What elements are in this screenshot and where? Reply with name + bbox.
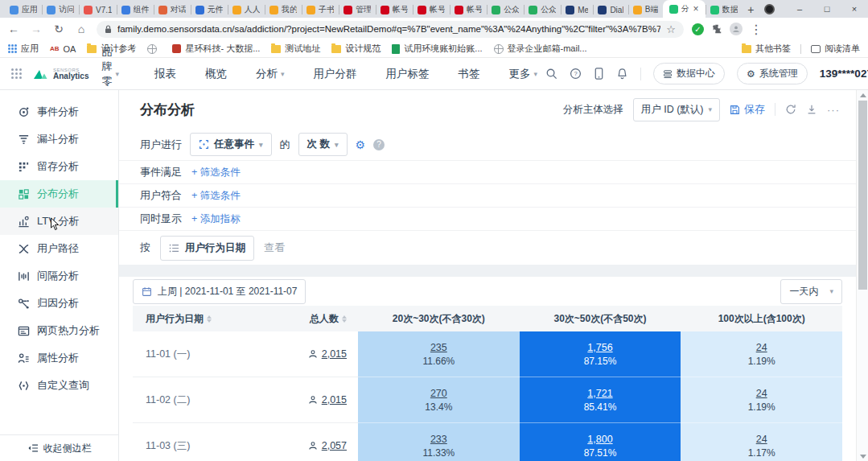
subject-select[interactable]: 用户 ID (默认)▾ — [633, 98, 720, 121]
bookmark-item[interactable]: 星环科技- 大数据... — [172, 43, 260, 55]
event-select[interactable]: 任意事件▾ — [190, 133, 272, 156]
sidebar-item-web-heatmap-analysis[interactable]: 网页热力分析 — [0, 317, 118, 344]
cell-total[interactable]: 2,015 — [261, 377, 358, 423]
sidebar-item-event-analysis[interactable]: 事件分析 — [0, 98, 118, 126]
sensors-analytics-logo[interactable]: SENSORSAnalytics — [33, 68, 88, 80]
address-bar[interactable]: family.demo.sensorsdata.cn/sa/addiction/… — [97, 21, 684, 38]
bucket-count[interactable]: 24 — [756, 342, 767, 353]
browser-tab[interactable]: 人人 — [228, 2, 265, 18]
sort-icon[interactable] — [207, 315, 212, 323]
add-metric-link[interactable]: + 添加指标 — [191, 212, 241, 226]
browser-tab[interactable]: 公众 — [487, 2, 524, 18]
forward-button[interactable]: → — [29, 23, 43, 35]
cell-bucket-20-30[interactable]: 27013.4% — [358, 377, 520, 423]
reload-button[interactable]: ↻ — [51, 23, 66, 35]
app-launcher-icon[interactable] — [11, 68, 22, 79]
browser-tab[interactable]: 帐号 — [376, 2, 413, 18]
sidebar-item-distribution-analysis[interactable]: 分布分析 — [0, 180, 118, 208]
browser-tab[interactable]: 组件 — [117, 2, 154, 18]
vertical-scrollbar[interactable] — [856, 90, 868, 461]
browser-tab[interactable]: 子书 — [302, 2, 339, 18]
reading-list-button[interactable]: 阅读清单 — [811, 43, 860, 55]
browser-tab[interactable]: 元件 — [191, 2, 228, 18]
more-actions-icon[interactable]: ··· — [827, 104, 840, 116]
cell-total[interactable]: 2,057 — [261, 423, 358, 461]
browser-tab[interactable]: 数据 — [706, 2, 743, 18]
cell-bucket-100plus[interactable]: 241.19% — [681, 331, 842, 377]
browser-tab[interactable]: V7.1 — [79, 2, 117, 18]
help-circle-icon[interactable]: ? — [373, 139, 385, 150]
bookmark-star-icon[interactable]: ☆ — [666, 23, 676, 35]
bucket-count[interactable]: 233 — [430, 434, 447, 445]
bookmark-item[interactable]: 设计规范 — [331, 43, 381, 55]
add-filter-link[interactable]: + 筛选条件 — [191, 189, 241, 203]
search-icon[interactable] — [545, 68, 557, 80]
account-phone-number[interactable]: 139****0275 — [820, 68, 868, 80]
nav-user-tags[interactable]: 用户标签 — [386, 67, 430, 81]
cell-bucket-30-50[interactable]: 1,72185.41% — [520, 377, 681, 423]
scroll-up-arrow[interactable] — [857, 90, 868, 100]
adblock-extension-icon[interactable]: ✓ — [692, 23, 704, 35]
cell-bucket-100plus[interactable]: 241.17% — [681, 423, 842, 461]
browser-profile-icon[interactable] — [764, 4, 775, 14]
sidebar-item-user-path[interactable]: 用户路径 — [0, 235, 118, 262]
help-icon[interactable]: ? — [570, 68, 582, 80]
bucket-count[interactable]: 1,756 — [587, 342, 612, 353]
bucket-count[interactable]: 270 — [430, 388, 447, 399]
browser-tab[interactable]: Me — [561, 2, 593, 18]
other-bookmarks-button[interactable]: 其他书签 — [742, 43, 791, 55]
home-button[interactable]: ⌂ — [74, 23, 88, 35]
bookmark-item[interactable]: 测试地址 — [271, 43, 320, 55]
nav-user-segments[interactable]: 用户分群 — [314, 67, 357, 81]
cell-bucket-20-30[interactable]: 23511.66% — [358, 331, 520, 377]
bookmark-item[interactable] — [147, 44, 161, 54]
window-minimize-button[interactable]: – — [786, 0, 813, 18]
download-icon[interactable] — [806, 104, 817, 115]
bookmark-item[interactable]: 应用 — [8, 43, 39, 55]
browser-tab[interactable]: 帐号 — [413, 2, 450, 18]
column-header-date[interactable]: 用户行为日期 — [133, 312, 261, 326]
bucket-count[interactable]: 24 — [756, 388, 767, 399]
chrome-menu-icon[interactable]: ⋮ — [750, 22, 763, 37]
bucket-count[interactable]: 1,800 — [587, 434, 612, 445]
browser-tab[interactable]: B端 — [628, 2, 663, 18]
measure-settings-gear-icon[interactable]: ⚙ — [356, 139, 366, 150]
browser-tab[interactable]: 我的 — [265, 2, 302, 18]
browser-tab[interactable]: 对话 — [154, 2, 191, 18]
collapse-sidebar-button[interactable]: 收起侧边栏 — [0, 434, 118, 461]
group-by-field-button[interactable]: 用户行为日期 — [160, 236, 254, 261]
browser-tab[interactable]: 公众 — [524, 2, 561, 18]
notification-bell-icon[interactable] — [616, 68, 628, 80]
browser-tab[interactable]: 管理 — [339, 2, 376, 18]
cell-bucket-100plus[interactable]: 241.19% — [681, 377, 842, 423]
bucket-count[interactable]: 24 — [756, 434, 767, 445]
granularity-select[interactable]: 一天内▾ — [780, 279, 842, 304]
bookmark-item[interactable]: 登录企业邮箱-mail... — [494, 43, 587, 55]
refresh-icon[interactable] — [785, 104, 796, 115]
browser-tab-active[interactable]: 分× — [663, 0, 706, 18]
save-button[interactable]: 保存 — [730, 102, 765, 117]
column-header-total[interactable]: 总人数 — [261, 312, 358, 326]
bucket-count[interactable]: 235 — [430, 342, 447, 353]
nav-reports[interactable]: 报表 — [154, 67, 176, 81]
nav-bookmarks[interactable]: 书签 — [459, 67, 480, 81]
browser-tab[interactable]: Dial — [593, 2, 627, 18]
cell-bucket-20-30[interactable]: 23311.33% — [358, 423, 520, 461]
sidebar-item-interval-analysis[interactable]: 间隔分析 — [0, 262, 118, 290]
system-admin-button[interactable]: ⚙系统管理 — [737, 63, 808, 84]
total-value[interactable]: 2,015 — [322, 394, 347, 405]
nav-analysis[interactable]: 分析▾ — [256, 67, 285, 81]
browser-tab[interactable]: 帐号 — [450, 2, 487, 18]
sidebar-item-custom-query[interactable]: 自定义查询 — [0, 372, 118, 399]
sidebar-item-attribution-analysis[interactable]: 归因分析 — [0, 290, 118, 317]
cell-bucket-30-50[interactable]: 1,75687.15% — [520, 331, 681, 377]
date-range-button[interactable]: 上周 | 2021-11-01 至 2021-11-07 — [133, 279, 306, 304]
browser-tab[interactable]: 应用 — [5, 2, 42, 18]
extensions-puzzle-icon[interactable] — [711, 23, 722, 35]
sidebar-item-retention-analysis[interactable]: 留存分析 — [0, 153, 118, 180]
cell-bucket-30-50[interactable]: 1,80087.51% — [520, 423, 681, 461]
sidebar-item-funnel-analysis[interactable]: 漏斗分析 — [0, 126, 118, 153]
window-maximize-button[interactable]: □ — [813, 0, 841, 18]
add-filter-link[interactable]: + 筛选条件 — [191, 166, 241, 179]
tab-close-icon[interactable]: × — [693, 4, 699, 14]
